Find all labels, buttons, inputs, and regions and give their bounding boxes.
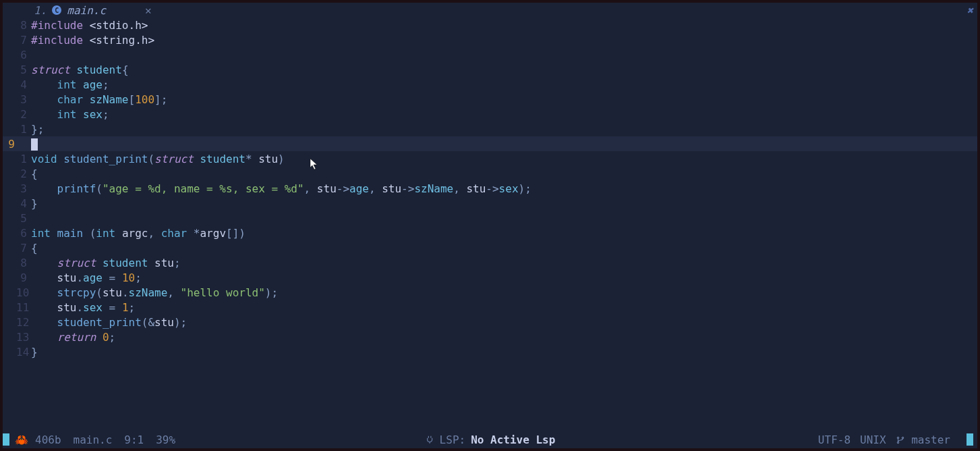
code-line[interactable]: 8#include <stdio.h> [3,18,977,32]
gutter-relative: 4 [16,197,31,210]
code-content: printf("age = %d, name = %s, sex = %d", … [31,182,531,195]
tab-main-c[interactable]: 1. C main.c ✕ [31,4,154,17]
gutter-relative: 7 [16,34,31,47]
gutter-relative: 2 [16,108,31,121]
code-line[interactable]: 2{ [3,166,977,181]
code-editor[interactable]: 8#include <stdio.h>7#include <string.h>6… [3,18,977,432]
gutter-relative: 8 [16,19,31,32]
gutter-relative: 11 [16,301,31,314]
code-content: struct student stu; [31,257,181,269]
line-ending: UNIX [860,433,886,446]
plug-icon [425,435,434,444]
scroll-percent: 39% [156,433,175,446]
code-line[interactable]: 9 stu.age = 10; [3,270,977,285]
code-line[interactable]: 12 student_print(&stu); [3,315,977,329]
code-line[interactable]: 6int main (int argc, char *argv[]) [3,226,977,240]
gutter-relative: 3 [16,182,31,195]
tab-index: 1. [34,4,47,17]
code-line[interactable]: 13 return 0; [3,329,977,344]
code-line[interactable]: 11 stu.sex = 1; [3,300,977,315]
gutter-relative: 5 [16,63,31,76]
code-content: student_print(&stu); [31,316,187,329]
svg-point-1 [897,442,898,443]
code-content: { [31,167,38,180]
close-all-icon[interactable]: ✖ [967,4,973,17]
encoding: UTF-8 [818,433,851,446]
gutter-relative: 4 [16,78,31,91]
gutter-relative: 2 [16,167,31,180]
code-content: int sex; [31,108,109,121]
crab-icon: 🦀 [15,433,28,446]
svg-point-0 [897,437,898,438]
status-line: 🦀 406b main.c 9:1 39% LSP: No Active Lsp… [3,432,977,448]
code-line[interactable]: 7#include <string.h> [3,32,977,47]
code-content: { [31,242,38,255]
lsp-label: LSP: [440,433,466,446]
gutter-relative: 12 [16,316,31,329]
tab-close-icon[interactable]: ✕ [145,4,152,17]
code-content: struct student{ [31,63,129,76]
lsp-message: No Active Lsp [471,433,555,446]
code-line[interactable]: 3 char szName[100]; [3,92,977,107]
code-content: stu.age = 10; [31,271,142,284]
code-content: return 0; [31,331,115,344]
gutter-relative: 8 [16,257,31,269]
cursor-position: 9:1 [124,433,144,446]
code-line[interactable]: 5struct student{ [3,62,977,77]
gutter-relative: 1 [16,123,31,136]
gutter-relative: 6 [16,227,31,240]
code-content: void student_print(struct student* stu) [31,153,285,165]
code-content: stu.sex = 1; [31,301,135,314]
code-content [31,137,38,151]
status-end-block [967,433,973,446]
gutter-relative: 13 [16,331,31,344]
code-line[interactable]: 1void student_print(struct student* stu) [3,151,977,166]
code-content: strcpy(stu.szName, "hello world"); [31,286,278,299]
code-content: int age; [31,78,109,91]
gutter-relative: 7 [16,242,31,255]
mode-indicator [3,433,9,446]
c-file-icon: C [52,5,61,15]
gutter-relative: 9 [16,271,31,284]
code-content: }; [31,123,44,136]
file-name: main.c [74,433,113,446]
tab-bar: 1. C main.c ✕ ✖ [3,3,977,18]
gutter-relative: 1 [16,153,31,165]
code-line[interactable]: 1}; [3,122,977,136]
branch-icon [896,435,905,445]
code-line[interactable]: 14} [3,344,977,359]
gutter-relative: 10 [16,286,31,299]
code-line[interactable]: 6 [3,47,977,62]
gutter-relative: 3 [16,93,31,106]
code-content: #include <stdio.h> [31,19,148,32]
code-line[interactable]: 10 strcpy(stu.szName, "hello world"); [3,285,977,300]
cursor [31,138,38,151]
code-line[interactable]: 2 int sex; [3,107,977,122]
gutter-absolute: 9 [3,138,16,151]
code-line[interactable]: 5 [3,211,977,226]
svg-point-2 [902,437,903,438]
code-content: #include <string.h> [31,34,154,47]
tab-filename: main.c [67,4,106,17]
lsp-status: LSP: No Active Lsp [425,433,556,446]
code-line[interactable]: 8 struct student stu; [3,255,977,270]
code-line[interactable]: 9 [3,136,977,151]
code-line[interactable]: 3 printf("age = %d, name = %s, sex = %d"… [3,181,977,196]
gutter-relative: 14 [16,346,31,359]
code-line[interactable]: 4} [3,196,977,211]
code-line[interactable]: 7{ [3,240,977,255]
file-size: 406b [35,433,61,446]
gutter-relative: 5 [16,212,31,225]
code-content: char szName[100]; [31,93,167,106]
code-content: int main (int argc, char *argv[]) [31,227,246,240]
code-content: } [31,197,38,210]
git-branch: master [896,433,950,446]
code-line[interactable]: 4 int age; [3,77,977,92]
gutter-relative: 6 [16,49,31,61]
code-content: } [31,346,38,359]
